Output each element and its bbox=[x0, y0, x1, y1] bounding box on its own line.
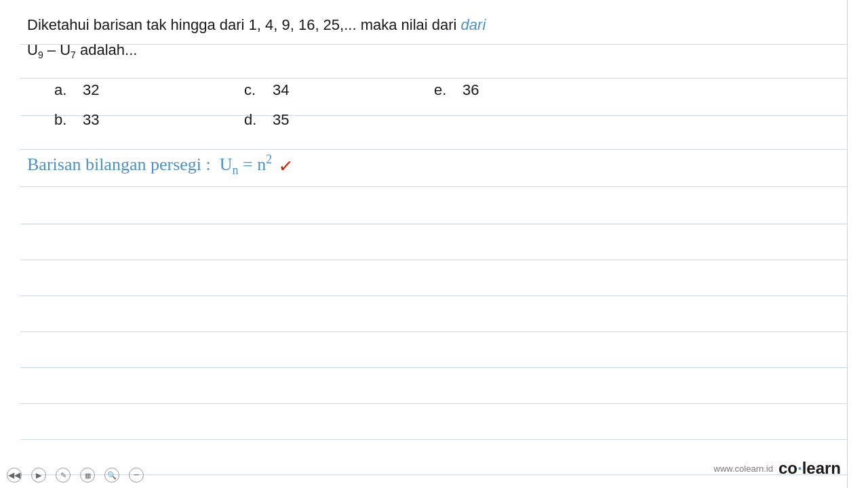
logo-brand: co·learn bbox=[778, 459, 841, 478]
option-e: e. 36 bbox=[434, 81, 624, 99]
rewind-icon[interactable]: ◀◀ bbox=[7, 468, 22, 483]
checkmark-icon: ✓ bbox=[278, 155, 295, 178]
ruled-line bbox=[20, 186, 848, 187]
bottom-toolbar: ◀◀ ▶ ✎ ▦ 🔍 − bbox=[7, 468, 144, 483]
options-row-1: a. 32 c. 34 e. 36 bbox=[54, 81, 834, 99]
formula-block: Barisan bilangan persegi : Un = n2 ✓ bbox=[27, 155, 294, 178]
question-dari-normal: i bbox=[454, 16, 461, 33]
option-e-label: e. bbox=[434, 81, 454, 99]
option-c-value: 34 bbox=[273, 81, 289, 99]
ruled-line bbox=[20, 296, 848, 296]
logo-dot: · bbox=[797, 459, 802, 477]
options-row-2: b. 33 d. 35 bbox=[54, 111, 834, 129]
logo-learn: learn bbox=[802, 459, 841, 477]
question-line1-main: Diketahui barisan tak hingga dari 1, 4, … bbox=[27, 16, 454, 33]
option-b: b. 33 bbox=[54, 111, 244, 129]
option-d-label: d. bbox=[244, 111, 264, 129]
ruled-line bbox=[20, 224, 848, 224]
margin-line bbox=[847, 0, 848, 488]
edit-icon[interactable]: ✎ bbox=[56, 468, 71, 483]
option-d-value: 35 bbox=[273, 111, 289, 129]
ruled-line bbox=[20, 260, 848, 260]
option-a: a. 32 bbox=[54, 81, 244, 99]
logo-co: co bbox=[778, 459, 797, 477]
camera-icon[interactable]: ▦ bbox=[80, 468, 95, 483]
option-c-label: c. bbox=[244, 81, 264, 99]
question-text-line1: Diketahui barisan tak hingga dari 1, 4, … bbox=[27, 14, 834, 36]
zoom-icon[interactable]: 🔍 bbox=[104, 468, 119, 483]
ruled-line bbox=[20, 149, 848, 150]
ruled-line bbox=[20, 403, 848, 404]
question-dari-blue: dari bbox=[461, 16, 486, 33]
ruled-lines-background bbox=[0, 0, 868, 488]
ruled-line bbox=[20, 331, 848, 332]
option-d: d. 35 bbox=[244, 111, 434, 129]
option-c: c. 34 bbox=[244, 81, 434, 99]
option-b-label: b. bbox=[54, 111, 75, 129]
option-a-value: 32 bbox=[83, 81, 99, 99]
question-block: Diketahui barisan tak hingga dari 1, 4, … bbox=[27, 14, 834, 62]
option-b-value: 33 bbox=[83, 111, 99, 129]
option-e-value: 36 bbox=[462, 81, 479, 99]
logo-url: www.colearn.id bbox=[714, 464, 773, 474]
option-a-label: a. bbox=[54, 81, 75, 99]
ruled-line bbox=[20, 439, 848, 440]
bottom-logo: www.colearn.id co·learn bbox=[714, 459, 842, 478]
formula-text: Barisan bilangan persegi : Un = n2 bbox=[27, 155, 272, 178]
play-icon[interactable]: ▶ bbox=[31, 468, 46, 483]
options-block: a. 32 c. 34 e. 36 b. 33 d. 35 bbox=[54, 81, 834, 141]
ruled-line bbox=[20, 78, 848, 79]
minus-icon[interactable]: − bbox=[129, 468, 144, 483]
ruled-line bbox=[20, 367, 848, 368]
question-text-line2: U9 – U7 adalah... bbox=[27, 39, 834, 62]
